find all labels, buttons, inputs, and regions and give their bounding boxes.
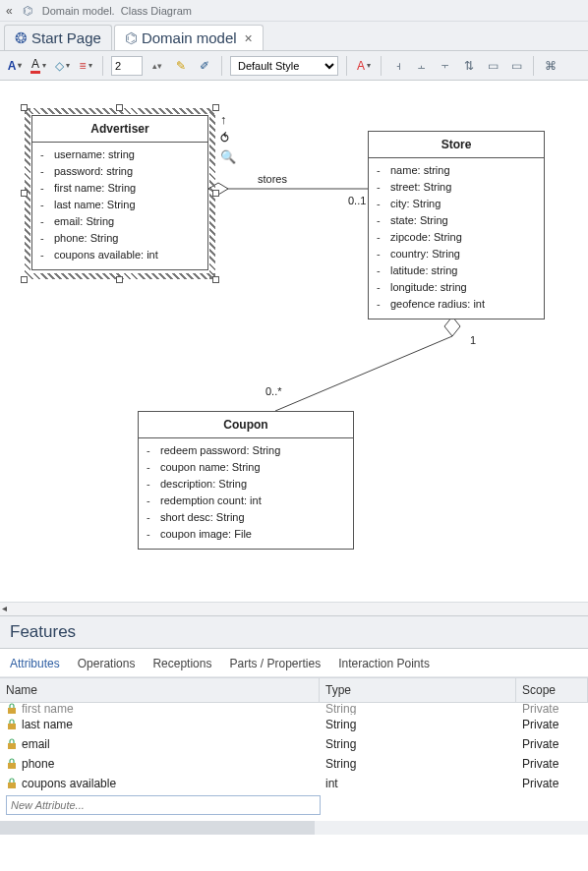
class-attr[interactable]: geofence radius: int <box>377 296 536 313</box>
arrow-up-icon[interactable]: ↑ <box>220 112 236 127</box>
link-icon[interactable]: ⥀ <box>220 131 236 145</box>
features-panel-title: Features <box>0 615 588 649</box>
lock-icon <box>6 738 18 750</box>
class-coupon[interactable]: Coupon redeem password: String coupon na… <box>138 411 354 550</box>
lock-icon <box>6 719 18 730</box>
class-attr[interactable]: email: String <box>40 213 200 230</box>
class-advertiser[interactable]: Advertiser username: string password: st… <box>31 115 208 270</box>
table-row[interactable]: first name String Private <box>0 703 588 715</box>
class-attr[interactable]: last name: String <box>40 197 200 213</box>
line-style-button[interactable]: ≡ <box>77 57 94 75</box>
collapse-icon[interactable]: « <box>6 4 13 18</box>
selection-tools: ↑ ⥀ 🔍 <box>220 112 236 164</box>
svg-marker-1 <box>208 183 228 195</box>
class-attr[interactable]: username: string <box>40 146 200 163</box>
distribute-h-icon[interactable]: ⇅ <box>460 57 478 75</box>
breadcrumb-title: Domain model. Class Diagram <box>42 5 192 17</box>
align-right-icon[interactable]: ⫟ <box>437 57 454 75</box>
canvas-h-scrollbar[interactable]: ◂ <box>0 602 588 615</box>
class-attr[interactable]: latitude: string <box>377 262 536 279</box>
assoc-mult-0star: 0..* <box>265 385 282 397</box>
class-attr[interactable]: coupons available: int <box>40 247 200 263</box>
features-tab-parts[interactable]: Parts / Properties <box>229 657 321 670</box>
table-row[interactable]: last name String Private <box>0 715 588 734</box>
new-attribute-input[interactable] <box>6 795 321 815</box>
format-toolbar: A A ◇ ≡ ▴▾ ✎ ✐ Default Style A ⫞ ⫠ ⫟ ⇅ ▭… <box>0 51 588 81</box>
layout2-icon[interactable]: ▭ <box>507 57 525 75</box>
col-header-type[interactable]: Type <box>320 678 516 702</box>
class-title: Store <box>369 132 544 158</box>
svg-rect-9 <box>8 783 16 788</box>
tab-label: Domain model <box>142 29 237 46</box>
class-attr[interactable]: zipcode: String <box>377 229 536 246</box>
stepper-icon[interactable]: ▴▾ <box>148 57 166 75</box>
class-attr[interactable]: short desc: String <box>147 509 345 526</box>
svg-rect-6 <box>8 724 16 729</box>
class-store[interactable]: Store name: string street: String city: … <box>368 131 545 319</box>
table-row[interactable]: coupons available int Private <box>0 774 588 793</box>
tab-start-page[interactable]: ❂ Start Page <box>4 25 112 50</box>
class-attr[interactable]: coupon image: File <box>147 526 345 543</box>
features-tab-attributes[interactable]: Attributes <box>10 657 60 670</box>
table-row[interactable]: email String Private <box>0 734 588 754</box>
col-header-name[interactable]: Name <box>0 678 320 702</box>
class-attr[interactable]: phone: String <box>40 230 200 247</box>
brush-icon[interactable]: ✎ <box>172 57 190 75</box>
table-row[interactable]: phone String Private <box>0 754 588 774</box>
features-tab-receptions[interactable]: Receptions <box>152 657 211 670</box>
diagram-icon: ⌬ <box>125 29 138 47</box>
diagram-type-icon: ⌬ <box>23 4 32 18</box>
attributes-grid: Name Type Scope first name String Privat… <box>0 677 588 815</box>
align-left-icon[interactable]: ⫞ <box>389 57 407 75</box>
features-tab-interaction[interactable]: Interaction Points <box>338 657 430 670</box>
class-title: Advertiser <box>32 116 207 143</box>
lock-icon <box>6 778 18 789</box>
svg-rect-8 <box>8 763 16 769</box>
highlight-button[interactable]: A <box>29 57 47 75</box>
grid-header: Name Type Scope <box>0 677 588 703</box>
class-attr[interactable]: country: String <box>377 246 536 262</box>
class-attr[interactable]: state: String <box>377 212 536 229</box>
globe-icon: ❂ <box>15 29 28 47</box>
assoc-label-stores: stores <box>258 173 287 185</box>
class-attr[interactable]: redeem password: String <box>147 442 345 459</box>
class-title: Coupon <box>139 412 353 438</box>
svg-rect-5 <box>8 708 16 714</box>
eyedropper-icon[interactable]: ✐ <box>196 57 213 75</box>
layout-icon[interactable]: ▭ <box>484 57 501 75</box>
grid-body: first name String Private last name Stri… <box>0 703 588 793</box>
fill-button[interactable]: ◇ <box>53 57 71 75</box>
class-body: name: string street: String city: String… <box>369 158 544 319</box>
class-attr[interactable]: street: String <box>377 179 536 196</box>
svg-line-4 <box>275 336 452 411</box>
tab-domain-model[interactable]: ⌬ Domain model × <box>114 25 264 50</box>
more-icon[interactable]: ⌘ <box>542 57 559 75</box>
tab-label: Start Page <box>31 29 101 46</box>
class-attr[interactable]: redemption count: int <box>147 493 345 509</box>
class-attr[interactable]: password: string <box>40 163 200 180</box>
close-icon[interactable]: × <box>245 30 253 46</box>
features-tab-operations[interactable]: Operations <box>78 657 136 670</box>
font-color-button[interactable]: A <box>6 57 24 75</box>
class-attr[interactable]: description: String <box>147 476 345 493</box>
style-select[interactable]: Default Style <box>230 56 338 76</box>
diagram-canvas[interactable]: stores 1 0..1 1 0..* Advertiser username… <box>0 81 588 602</box>
document-tabs: ❂ Start Page ⌬ Domain model × <box>0 22 588 51</box>
class-attr[interactable]: city: String <box>377 196 536 212</box>
new-attribute-row <box>6 795 582 815</box>
lock-icon <box>6 758 18 770</box>
features-tabs: Attributes Operations Receptions Parts /… <box>0 649 588 677</box>
text-style-button[interactable]: A <box>355 57 373 75</box>
class-attr[interactable]: first name: String <box>40 180 200 197</box>
class-body: redeem password: String coupon name: Str… <box>139 438 353 549</box>
line-width-input[interactable] <box>111 56 143 76</box>
class-attr[interactable]: longitude: string <box>377 279 536 296</box>
col-header-scope[interactable]: Scope <box>516 678 588 702</box>
assoc-mult-01: 0..1 <box>348 195 366 206</box>
class-attr[interactable]: name: string <box>377 162 536 179</box>
class-attr[interactable]: coupon name: String <box>147 459 345 476</box>
grid-h-scrollbar[interactable] <box>0 821 588 835</box>
assoc-mult-1b: 1 <box>470 334 476 346</box>
align-center-icon[interactable]: ⫠ <box>413 57 431 75</box>
zoom-icon[interactable]: 🔍 <box>220 149 236 164</box>
